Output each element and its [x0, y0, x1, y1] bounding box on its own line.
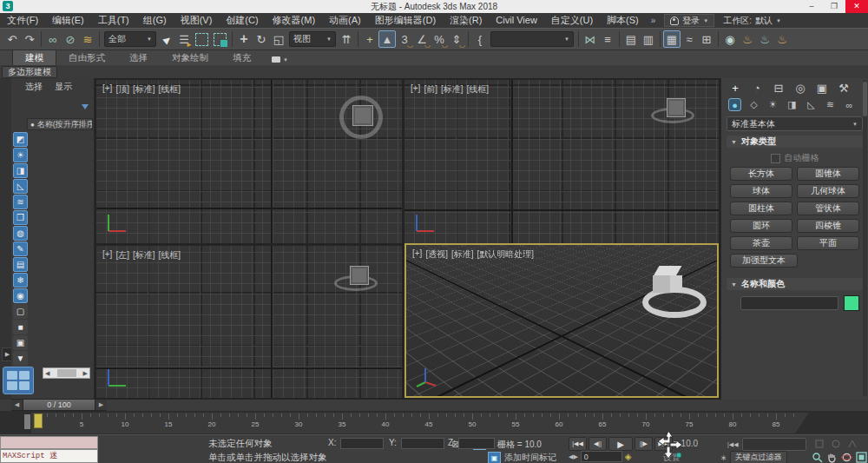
viewport-label-part-0[interactable]: [+] — [411, 83, 420, 96]
close-button[interactable]: ✕ — [845, 0, 868, 13]
scene-explorer-toggle-icon[interactable]: ▤ — [622, 30, 640, 48]
viewport-left[interactable]: [+][左][标准][线框] — [96, 246, 402, 398]
ribbon-tab-2[interactable]: 选择 — [117, 50, 160, 65]
object-name-field[interactable] — [740, 296, 838, 310]
field-of-view-icon[interactable] — [847, 439, 858, 449]
rollout-name-color[interactable]: ▼ 名称和颜色 — [727, 278, 863, 290]
undo-icon[interactable]: ↶ — [3, 30, 21, 48]
viewport-label-part-3[interactable]: [默认明暗处理] — [477, 248, 535, 261]
rollout-object-type[interactable]: ▼ 对象类型 — [727, 136, 863, 148]
maximize-button[interactable]: ❐ — [823, 0, 845, 13]
menu-item-0[interactable]: 文件(F) — [0, 13, 45, 28]
window-crossing-icon[interactable] — [214, 33, 227, 46]
selected-objects-dropdown[interactable] — [742, 438, 806, 451]
filter-geometry-icon[interactable]: ◩ — [13, 132, 28, 147]
zoom-region-icon[interactable] — [831, 439, 841, 449]
filter-cameras-icon[interactable]: ◨ — [13, 163, 28, 178]
go-to-start-button[interactable]: |◀◀ — [569, 437, 587, 451]
mini-curve-editor-button[interactable] — [24, 414, 30, 429]
ribbon-toggle-icon[interactable]: ▦ — [663, 30, 681, 48]
minimize-button[interactable]: – — [800, 0, 823, 13]
viewcube-3d[interactable] — [646, 264, 694, 309]
cat-spacewarps[interactable]: ≋ — [824, 98, 837, 111]
menu-item-4[interactable]: 视图(V) — [174, 13, 220, 28]
go-to-start-icon[interactable]: |◀◀ — [727, 441, 739, 448]
snap-3d-icon[interactable]: 3◡ — [396, 30, 413, 48]
maxscript-macro-pane[interactable] — [0, 436, 98, 449]
primitive-button[interactable]: 球体 — [730, 184, 792, 198]
primitive-button[interactable]: 平面 — [797, 236, 859, 250]
menu-item-8[interactable]: 图形编辑器(D) — [368, 13, 443, 28]
viewport-layout-tab[interactable] — [3, 367, 34, 394]
viewport-label-part-3[interactable]: [线框] — [467, 83, 490, 96]
mirror-icon[interactable]: ⋈ — [582, 30, 599, 48]
key-mode-toggle-icon[interactable]: ◈ — [625, 452, 632, 461]
filter-frozen-icon[interactable]: ❄ — [13, 273, 28, 288]
frame-spinner-icon[interactable]: ◀▶ — [569, 453, 578, 460]
frame-forward-icon[interactable]: ▶ — [95, 400, 107, 410]
snaps-toggle-icon[interactable]: ▲ — [378, 30, 396, 48]
time-marker[interactable] — [34, 413, 43, 428]
prev-frame-button[interactable]: ◀|| — [589, 437, 607, 451]
tab-modify[interactable]: ◔ — [750, 82, 764, 95]
ribbon-tab-3[interactable]: 对象绘制 — [160, 50, 220, 65]
filter-spacewarps-icon[interactable]: ≋ — [13, 195, 28, 209]
menu-item-1[interactable]: 编辑(E) — [45, 13, 91, 28]
select-and-scale-icon[interactable]: ◱ — [270, 30, 287, 48]
viewport-label-part-1[interactable]: [前] — [424, 83, 437, 96]
x-coordinate-field[interactable] — [340, 438, 384, 449]
workspace-selector[interactable]: 工作区: 默认 ▼ — [723, 15, 786, 27]
key-filters-button[interactable]: 关键点过滤器 — [730, 451, 787, 463]
redo-icon[interactable]: ↷ — [21, 30, 38, 48]
ribbon-tab-4[interactable]: 填充 — [220, 50, 263, 65]
viewport-label-part-2[interactable]: [标准] — [133, 83, 155, 96]
pan-hand-icon[interactable] — [825, 451, 838, 463]
autogrid-checkbox[interactable]: 自动栅格 — [721, 152, 868, 164]
filter-lights-icon[interactable]: ☀ — [13, 148, 28, 162]
dope-sheet-icon[interactable]: ⊞ — [698, 30, 715, 48]
zoom-extents-icon[interactable] — [814, 439, 825, 449]
unlink-selection-icon[interactable]: ⊘ — [62, 30, 79, 48]
named-sets-dropdown[interactable]: ▼ — [490, 31, 574, 47]
add-time-tag[interactable]: ▣ 添加时间标记 — [488, 452, 556, 463]
explorer-name-column-header[interactable]: ● 名称(按升序排序) — [27, 118, 93, 130]
checkbox-icon[interactable] — [771, 154, 780, 163]
sign-in-button[interactable]: 登录 ▼ — [664, 14, 714, 27]
tab-hierarchy[interactable]: ⊟ — [772, 82, 786, 95]
percent-snap-icon[interactable]: %◡ — [431, 30, 448, 48]
explorer-h-scrollbar[interactable]: ◀ ▶ — [43, 367, 90, 379]
tab-display[interactable]: ▣ — [815, 82, 829, 95]
menu-item-11[interactable]: 自定义(U) — [544, 13, 600, 28]
bind-to-space-warp-icon[interactable]: ≋ — [79, 30, 96, 48]
render-setup-icon[interactable]: ♨ — [739, 30, 756, 48]
ribbon-tab-0[interactable]: 建模 — [12, 50, 56, 65]
menu-overflow-icon[interactable]: » — [648, 16, 660, 25]
primitive-button[interactable]: 圆柱体 — [730, 202, 792, 215]
select-and-move-icon[interactable]: + — [235, 30, 253, 48]
angle-snap-icon[interactable]: ∠◡ — [413, 30, 431, 48]
tab-create[interactable]: + — [728, 82, 742, 95]
viewport-front[interactable]: [+][前][标准][线框] — [404, 80, 719, 243]
filter-containers-icon[interactable]: ▤ — [13, 257, 28, 272]
viewport-label-part-2[interactable]: [标准] — [451, 248, 474, 261]
filter-bones-icon[interactable]: ✎ — [13, 241, 28, 256]
current-frame-field[interactable]: 0 — [581, 451, 622, 462]
viewport-label-part-0[interactable]: [+] — [102, 83, 112, 96]
viewport-label-part-1[interactable]: [顶] — [115, 83, 129, 96]
explorer-menu-display[interactable]: 显示 — [55, 81, 72, 93]
primitive-button[interactable]: 四棱锥 — [797, 219, 859, 233]
menu-item-2[interactable]: 工具(T) — [91, 13, 136, 28]
viewport-label-part-1[interactable]: [左] — [115, 249, 129, 261]
use-pivot-center-icon[interactable]: ⇈ — [338, 30, 355, 48]
scroll-thumb[interactable] — [57, 369, 76, 377]
z-coordinate-field[interactable] — [458, 438, 495, 449]
curve-editor-icon[interactable]: ≈ — [681, 30, 698, 48]
explorer-filter-icon[interactable] — [82, 104, 89, 109]
time-slider[interactable]: ◀ 0 / 100 ▶ — [11, 399, 107, 411]
render-production-icon[interactable]: ♨ — [773, 30, 791, 48]
select-by-name-icon[interactable]: ☰► — [175, 30, 193, 48]
tab-utilities[interactable]: ⚒ — [837, 82, 851, 95]
tab-polygon-modeling[interactable]: 多边形建模 — [2, 66, 57, 78]
menu-item-5[interactable]: 创建(C) — [219, 13, 265, 28]
menu-item-9[interactable]: 渲染(R) — [443, 13, 489, 28]
